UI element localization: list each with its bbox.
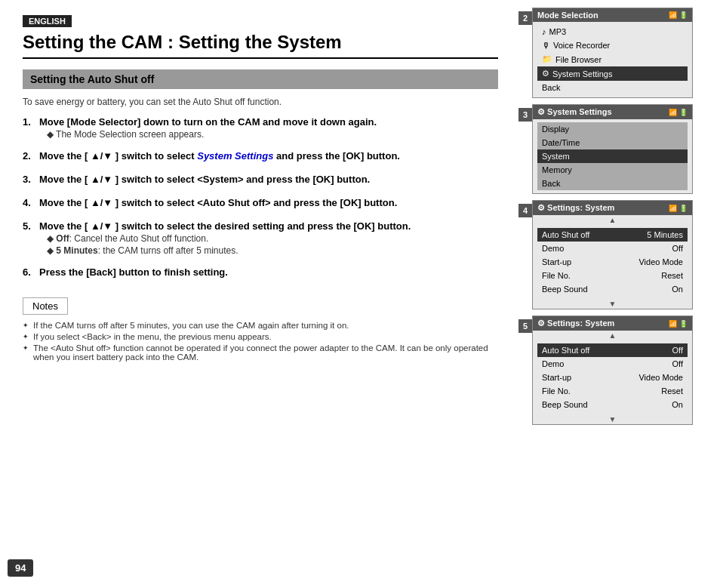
step-5-content: Move the [ ▲/▼ ] switch to select the de… <box>39 220 498 256</box>
screen-3-row-0: Display <box>537 122 688 136</box>
section-title: Setting the Auto Shut off <box>23 69 498 89</box>
screen-4-header: ⚙ Settings: System 📶 🔋 <box>533 201 692 215</box>
screen-4-row-2: Start-up Video Mode <box>537 255 688 269</box>
screen-3-row-2: System <box>537 149 688 163</box>
step-6-num: 6. <box>23 266 39 278</box>
screen-2-item-1: 🎙 Voice Recorder <box>537 38 688 52</box>
screen-5-row-0-value: Off <box>672 346 683 355</box>
screen-4-icons: 📶 🔋 <box>669 205 688 212</box>
step-1-sub-0: ◆ The Mode Selection screen appears. <box>39 129 498 140</box>
screen-5-row-2: Start-up Video Mode <box>537 371 688 384</box>
step-5-bold-0: Off <box>56 233 69 244</box>
screen-3-row-4: Back <box>537 177 688 190</box>
step-5-main: Move the [ ▲/▼ ] switch to select the de… <box>39 220 498 232</box>
step-3-content: Move the [ ▲/▼ ] switch to select <Syste… <box>39 174 498 186</box>
right-panel: 2 Mode Selection 📶 🔋 ♪ MP3 🎙 Voice Recor… <box>513 0 700 588</box>
screen-3-row-3: Memory <box>537 163 688 177</box>
step-3-main: Move the [ ▲/▼ ] switch to select <Syste… <box>39 174 498 185</box>
step-5-num: 5. <box>23 220 39 232</box>
screen-4-row-0-label: Auto Shut off <box>542 230 589 239</box>
screen-3: ⚙ System Settings 📶 🔋 Display Date/Time … <box>532 104 693 194</box>
step-4: 4. Move the [ ▲/▼ ] switch to select <Au… <box>23 197 498 210</box>
screen-5-row-4-value: On <box>672 400 683 409</box>
screen-5-wrapper: 5 ⚙ Settings: System 📶 🔋 ▲ Auto Shut off… <box>532 316 693 425</box>
screen-5-scroll-down: ▼ <box>533 414 692 424</box>
screen-4-title: ⚙ Settings: System <box>537 203 614 213</box>
screen-3-header: ⚙ System Settings 📶 🔋 <box>533 105 692 119</box>
step-3: 3. Move the [ ▲/▼ ] switch to select <Sy… <box>23 174 498 186</box>
screen-5-row-0: Auto Shut off Off <box>537 343 688 357</box>
screen-3-row-3-label: Memory <box>542 165 572 174</box>
screen-4-num: 4 <box>518 204 532 217</box>
screen-2-item-3: ⚙ System Settings <box>537 66 688 81</box>
screen-3-body: Display Date/Time System Memory Back <box>533 119 692 193</box>
screen-2-icons: 📶 🔋 <box>669 11 688 19</box>
settings-icon: ⚙ <box>542 69 549 79</box>
screen-2-item-2-label: File Browser <box>555 55 602 64</box>
screen-4-scroll-down: ▼ <box>533 299 692 309</box>
step-4-num: 4. <box>23 197 39 208</box>
screen-2-body: ♪ MP3 🎙 Voice Recorder 📁 File Browser ⚙ … <box>533 22 692 97</box>
step-6: 6. Press the [Back] button to finish set… <box>23 266 498 279</box>
folder-icon: 📁 <box>542 54 552 64</box>
screen-4-row-1-label: Demo <box>542 244 564 253</box>
screen-3-row-1: Date/Time <box>537 136 688 149</box>
step-6-content: Press the [Back] button to finish settin… <box>39 266 498 279</box>
screen-2-item-4: Back <box>537 81 688 94</box>
page-number: 94 <box>8 559 33 577</box>
screen-5-row-1: Demo Off <box>537 357 688 371</box>
intro-text: To save energy or battery, you can set t… <box>23 97 498 107</box>
step-2-italic: System Settings <box>197 150 273 162</box>
screen-5-row-4: Beep Sound On <box>537 398 688 411</box>
mp3-icon: ♪ <box>542 27 546 36</box>
screen-5-header: ⚙ Settings: System 📶 🔋 <box>533 316 692 331</box>
screen-2-item-0-label: MP3 <box>549 27 567 36</box>
step-4-content: Move the [ ▲/▼ ] switch to select <Auto … <box>39 197 498 210</box>
notes-label: Notes <box>23 297 68 315</box>
screen-5-row-2-label: Start-up <box>542 373 571 382</box>
step-6-main: Press the [Back] button to finish settin… <box>39 266 498 278</box>
screen-5-scroll-up: ▲ <box>533 331 692 340</box>
screen-4-row-1: Demo Off <box>537 242 688 255</box>
screen-4-row-2-label: Start-up <box>542 257 571 266</box>
step-5-sub-0: ◆ Off: Cancel the Auto Shut off function… <box>39 233 498 244</box>
screen-5-num: 5 <box>518 319 532 333</box>
screen-2: Mode Selection 📶 🔋 ♪ MP3 🎙 Voice Recorde… <box>532 8 693 98</box>
screen-4-row-4-value: On <box>672 285 683 294</box>
screen-5-body: Auto Shut off Off Demo Off Start-up Vide… <box>533 340 692 414</box>
note-0: If the CAM turns off after 5 minutes, yo… <box>23 321 498 330</box>
step-5-bold-1: 5 Minutes <box>56 245 97 256</box>
screen-4-scroll-up: ▲ <box>533 215 692 225</box>
screen-3-wrapper: 3 ⚙ System Settings 📶 🔋 Display Date/Tim… <box>532 104 693 194</box>
screen-4-row-1-value: Off <box>672 244 683 253</box>
screen-2-item-0: ♪ MP3 <box>537 25 688 38</box>
screen-5-title: ⚙ Settings: System <box>537 319 614 328</box>
language-badge: ENGLISH <box>23 15 72 27</box>
screen-4-wrapper: 4 ⚙ Settings: System 📶 🔋 ▲ Auto Shut off… <box>532 200 693 309</box>
screen-5-row-4-label: Beep Sound <box>542 400 588 409</box>
screen-2-header: Mode Selection 📶 🔋 <box>533 8 692 22</box>
step-2-content: Move the [ ▲/▼ ] switch to select System… <box>39 150 498 163</box>
step-5-rest-0: : Cancel the Auto Shut off function. <box>69 233 209 244</box>
screen-2-item-2: 📁 File Browser <box>537 52 688 66</box>
mic-icon: 🎙 <box>542 41 550 50</box>
screen-4-row-0: Auto Shut off 5 Minutes <box>537 228 688 242</box>
screen-2-item-3-label: System Settings <box>552 69 612 79</box>
screen-4-row-4-label: Beep Sound <box>542 285 588 294</box>
step-1: 1. Move [Mode Selector] down to turn on … <box>23 116 498 140</box>
step-2-main: Move the [ ▲/▼ ] switch to select System… <box>39 150 498 162</box>
screen-4: ⚙ Settings: System 📶 🔋 ▲ Auto Shut off 5… <box>532 200 693 309</box>
screen-5-row-3: File No. Reset <box>537 384 688 398</box>
screen-5-row-0-label: Auto Shut off <box>542 346 589 355</box>
screen-4-row-3-value: Reset <box>661 271 683 280</box>
step-2-num: 2. <box>23 150 39 162</box>
step-3-num: 3. <box>23 174 39 185</box>
screen-3-icons: 📶 🔋 <box>669 109 688 116</box>
screen-5-row-1-label: Demo <box>542 359 564 368</box>
screen-3-title: ⚙ System Settings <box>537 107 612 117</box>
screen-5-row-3-value: Reset <box>661 386 683 396</box>
left-content: ENGLISH Setting the CAM : Setting the Sy… <box>0 0 513 588</box>
step-5: 5. Move the [ ▲/▼ ] switch to select the… <box>23 220 498 256</box>
step-5-sub-1: ◆ 5 Minutes: the CAM turns off after 5 m… <box>39 245 498 256</box>
step-1-content: Move [Mode Selector] down to turn on the… <box>39 116 498 140</box>
